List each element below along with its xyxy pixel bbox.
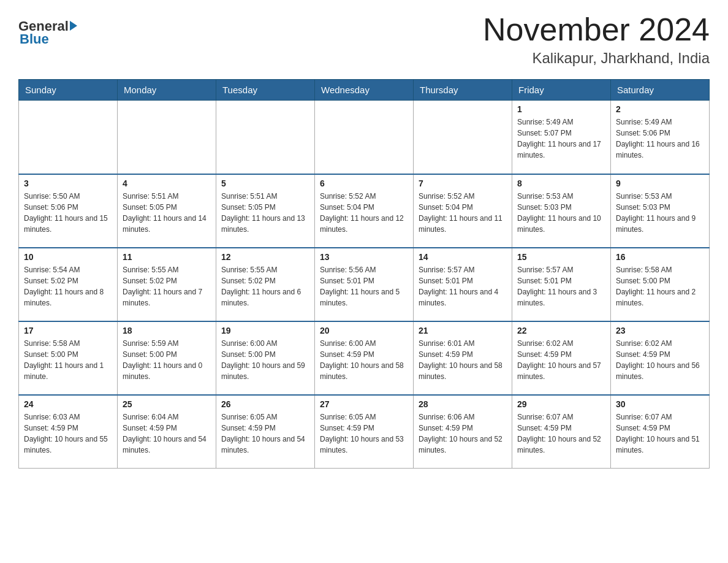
- day-info: Sunrise: 6:01 AMSunset: 4:59 PMDaylight:…: [419, 338, 507, 382]
- day-number: 11: [123, 252, 211, 262]
- day-number: 12: [221, 252, 309, 262]
- day-info: Sunrise: 5:57 AMSunset: 5:01 PMDaylight:…: [419, 264, 507, 308]
- calendar-cell: 8Sunrise: 5:53 AMSunset: 5:03 PMDaylight…: [512, 174, 611, 248]
- day-info: Sunrise: 5:49 AMSunset: 5:07 PMDaylight:…: [517, 117, 605, 161]
- calendar-cell: 22Sunrise: 6:02 AMSunset: 4:59 PMDayligh…: [512, 321, 611, 395]
- calendar-cell: 5Sunrise: 5:51 AMSunset: 5:05 PMDaylight…: [216, 174, 315, 248]
- calendar-table: SundayMondayTuesdayWednesdayThursdayFrid…: [18, 79, 710, 469]
- day-number: 5: [221, 178, 309, 188]
- week-row-2: 3Sunrise: 5:50 AMSunset: 5:06 PMDaylight…: [19, 174, 710, 248]
- calendar-cell: [315, 101, 414, 174]
- calendar-cell: 12Sunrise: 5:55 AMSunset: 5:02 PMDayligh…: [216, 248, 315, 321]
- weekday-header-monday: Monday: [118, 80, 216, 101]
- logo-arrow-icon: [70, 21, 77, 31]
- day-info: Sunrise: 6:07 AMSunset: 4:59 PMDaylight:…: [616, 412, 704, 456]
- calendar-cell: 15Sunrise: 5:57 AMSunset: 5:01 PMDayligh…: [512, 248, 611, 321]
- day-info: Sunrise: 6:05 AMSunset: 4:59 PMDaylight:…: [320, 412, 408, 456]
- calendar-cell: 29Sunrise: 6:07 AMSunset: 4:59 PMDayligh…: [512, 395, 611, 469]
- day-info: Sunrise: 5:52 AMSunset: 5:04 PMDaylight:…: [419, 191, 507, 235]
- week-row-1: 1Sunrise: 5:49 AMSunset: 5:07 PMDaylight…: [19, 101, 710, 174]
- day-info: Sunrise: 5:58 AMSunset: 5:00 PMDaylight:…: [24, 338, 112, 382]
- day-info: Sunrise: 5:57 AMSunset: 5:01 PMDaylight:…: [517, 264, 605, 308]
- title-section: November 2024 Kalikapur, Jharkhand, Indi…: [483, 12, 710, 67]
- weekday-header-thursday: Thursday: [414, 80, 512, 101]
- day-info: Sunrise: 5:49 AMSunset: 5:06 PMDaylight:…: [616, 117, 704, 161]
- day-info: Sunrise: 5:53 AMSunset: 5:03 PMDaylight:…: [616, 191, 704, 235]
- day-number: 26: [221, 399, 309, 409]
- calendar-cell: 11Sunrise: 5:55 AMSunset: 5:02 PMDayligh…: [118, 248, 216, 321]
- calendar-cell: 2Sunrise: 5:49 AMSunset: 5:06 PMDaylight…: [611, 101, 710, 174]
- calendar-cell: 21Sunrise: 6:01 AMSunset: 4:59 PMDayligh…: [414, 321, 512, 395]
- calendar-cell: [414, 101, 512, 174]
- day-info: Sunrise: 5:59 AMSunset: 5:00 PMDaylight:…: [123, 338, 211, 382]
- day-number: 14: [419, 252, 507, 262]
- day-info: Sunrise: 5:51 AMSunset: 5:05 PMDaylight:…: [221, 191, 309, 235]
- day-info: Sunrise: 6:00 AMSunset: 5:00 PMDaylight:…: [221, 338, 309, 382]
- day-number: 16: [616, 252, 704, 262]
- calendar-cell: 26Sunrise: 6:05 AMSunset: 4:59 PMDayligh…: [216, 395, 315, 469]
- calendar-cell: 6Sunrise: 5:52 AMSunset: 5:04 PMDaylight…: [315, 174, 414, 248]
- day-info: Sunrise: 6:00 AMSunset: 4:59 PMDaylight:…: [320, 338, 408, 382]
- calendar-cell: 27Sunrise: 6:05 AMSunset: 4:59 PMDayligh…: [315, 395, 414, 469]
- day-info: Sunrise: 5:50 AMSunset: 5:06 PMDaylight:…: [24, 191, 112, 235]
- calendar-cell: 14Sunrise: 5:57 AMSunset: 5:01 PMDayligh…: [414, 248, 512, 321]
- day-info: Sunrise: 6:03 AMSunset: 4:59 PMDaylight:…: [24, 412, 112, 456]
- day-info: Sunrise: 6:02 AMSunset: 4:59 PMDaylight:…: [517, 338, 605, 382]
- day-number: 29: [517, 399, 605, 409]
- day-number: 4: [123, 178, 211, 188]
- day-info: Sunrise: 5:55 AMSunset: 5:02 PMDaylight:…: [123, 264, 211, 308]
- day-info: Sunrise: 5:51 AMSunset: 5:05 PMDaylight:…: [123, 191, 211, 235]
- day-number: 15: [517, 252, 605, 262]
- day-number: 6: [320, 178, 408, 188]
- week-row-3: 10Sunrise: 5:54 AMSunset: 5:02 PMDayligh…: [19, 248, 710, 321]
- calendar-cell: 1Sunrise: 5:49 AMSunset: 5:07 PMDaylight…: [512, 101, 611, 174]
- location-subtitle: Kalikapur, Jharkhand, India: [483, 50, 710, 67]
- calendar-cell: 7Sunrise: 5:52 AMSunset: 5:04 PMDaylight…: [414, 174, 512, 248]
- weekday-header-tuesday: Tuesday: [216, 80, 315, 101]
- calendar-cell: 19Sunrise: 6:00 AMSunset: 5:00 PMDayligh…: [216, 321, 315, 395]
- day-number: 30: [616, 399, 704, 409]
- day-info: Sunrise: 5:54 AMSunset: 5:02 PMDaylight:…: [24, 264, 112, 308]
- weekday-header-wednesday: Wednesday: [315, 80, 414, 101]
- calendar-cell: 3Sunrise: 5:50 AMSunset: 5:06 PMDaylight…: [19, 174, 118, 248]
- day-info: Sunrise: 5:52 AMSunset: 5:04 PMDaylight:…: [320, 191, 408, 235]
- day-info: Sunrise: 5:56 AMSunset: 5:01 PMDaylight:…: [320, 264, 408, 308]
- month-year-title: November 2024: [483, 12, 710, 47]
- calendar-cell: 23Sunrise: 6:02 AMSunset: 4:59 PMDayligh…: [611, 321, 710, 395]
- week-row-4: 17Sunrise: 5:58 AMSunset: 5:00 PMDayligh…: [19, 321, 710, 395]
- weekday-header-row: SundayMondayTuesdayWednesdayThursdayFrid…: [19, 80, 710, 101]
- day-number: 23: [616, 326, 704, 335]
- day-info: Sunrise: 6:02 AMSunset: 4:59 PMDaylight:…: [616, 338, 704, 382]
- day-number: 25: [123, 399, 211, 409]
- calendar-cell: 4Sunrise: 5:51 AMSunset: 5:05 PMDaylight…: [118, 174, 216, 248]
- day-number: 2: [616, 104, 704, 114]
- day-number: 10: [24, 252, 112, 262]
- page-header: General Blue November 2024 Kalikapur, Jh…: [18, 12, 710, 67]
- day-info: Sunrise: 6:06 AMSunset: 4:59 PMDaylight:…: [419, 412, 507, 456]
- calendar-cell: 10Sunrise: 5:54 AMSunset: 5:02 PMDayligh…: [19, 248, 118, 321]
- week-row-5: 24Sunrise: 6:03 AMSunset: 4:59 PMDayligh…: [19, 395, 710, 469]
- day-number: 9: [616, 178, 704, 188]
- calendar-cell: 13Sunrise: 5:56 AMSunset: 5:01 PMDayligh…: [315, 248, 414, 321]
- day-info: Sunrise: 5:58 AMSunset: 5:00 PMDaylight:…: [616, 264, 704, 308]
- day-number: 17: [24, 326, 112, 335]
- day-number: 13: [320, 252, 408, 262]
- weekday-header-saturday: Saturday: [611, 80, 710, 101]
- day-number: 21: [419, 326, 507, 335]
- calendar-cell: 9Sunrise: 5:53 AMSunset: 5:03 PMDaylight…: [611, 174, 710, 248]
- day-number: 7: [419, 178, 507, 188]
- day-number: 24: [24, 399, 112, 409]
- day-number: 1: [517, 104, 605, 114]
- calendar-cell: 24Sunrise: 6:03 AMSunset: 4:59 PMDayligh…: [19, 395, 118, 469]
- day-number: 19: [221, 326, 309, 335]
- calendar-cell: 20Sunrise: 6:00 AMSunset: 4:59 PMDayligh…: [315, 321, 414, 395]
- logo-blue-text: Blue: [20, 31, 49, 47]
- calendar-cell: [118, 101, 216, 174]
- day-number: 27: [320, 399, 408, 409]
- calendar-cell: [216, 101, 315, 174]
- logo: General Blue: [18, 18, 77, 47]
- calendar-cell: 16Sunrise: 5:58 AMSunset: 5:00 PMDayligh…: [611, 248, 710, 321]
- weekday-header-sunday: Sunday: [19, 80, 118, 101]
- day-number: 20: [320, 326, 408, 335]
- day-number: 8: [517, 178, 605, 188]
